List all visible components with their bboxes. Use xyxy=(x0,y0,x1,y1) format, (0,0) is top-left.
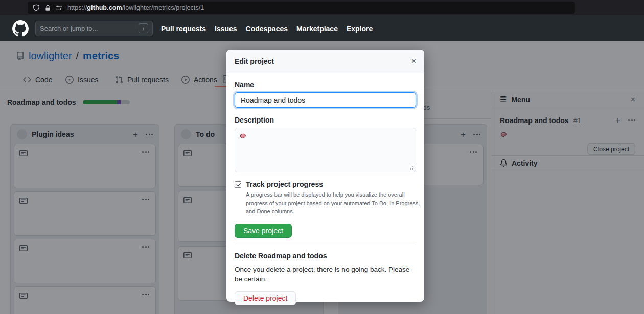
search-input[interactable]: Search or jump to... / xyxy=(35,21,153,36)
steak-emoji-icon xyxy=(239,132,247,140)
browser-address-bar[interactable]: https://github.com/lowlighter/metrics/pr… xyxy=(28,2,575,14)
browser-chrome: https://github.com/lowlighter/metrics/pr… xyxy=(0,0,644,15)
github-logo-icon[interactable] xyxy=(12,20,29,37)
name-label: Name xyxy=(235,81,416,89)
nav-codespaces[interactable]: Codespaces xyxy=(246,25,288,33)
track-progress-note: A progress bar will be displayed to help… xyxy=(246,190,421,216)
delete-warning-text: Once you delete a project, there is no g… xyxy=(235,264,416,284)
delete-section-heading: Delete Roadmap and todos xyxy=(235,252,416,260)
global-nav: Pull requests Issues Codespaces Marketpl… xyxy=(161,25,373,33)
nav-pull-requests[interactable]: Pull requests xyxy=(161,25,206,33)
description-label: Description xyxy=(235,116,416,124)
lock-icon[interactable] xyxy=(44,5,51,11)
dialog-title: Edit project xyxy=(235,57,411,65)
github-header: Search or jump to... / Pull requests Iss… xyxy=(0,15,644,41)
shield-icon[interactable] xyxy=(33,4,40,11)
url-text: https://github.com/lowlighter/metrics/pr… xyxy=(67,4,204,11)
save-project-button[interactable]: Save project xyxy=(235,224,292,238)
description-textarea[interactable] xyxy=(235,128,416,172)
slash-shortcut-key: / xyxy=(139,23,148,33)
dialog-close-icon[interactable]: × xyxy=(411,57,416,65)
project-name-input[interactable] xyxy=(235,92,416,108)
divider xyxy=(235,245,416,245)
dialog-body: Name Description Track project progress … xyxy=(226,73,424,313)
permissions-icon[interactable] xyxy=(56,4,63,11)
edit-project-dialog: Edit project × Name Description Track pr… xyxy=(226,50,424,302)
nav-marketplace[interactable]: Marketplace xyxy=(296,25,338,33)
track-progress-checkbox[interactable] xyxy=(235,181,241,188)
resize-grip-icon[interactable] xyxy=(412,168,413,170)
nav-issues[interactable]: Issues xyxy=(215,25,237,33)
track-progress-label: Track project progress xyxy=(246,180,323,188)
dialog-header: Edit project × xyxy=(226,50,424,73)
search-placeholder: Search or jump to... xyxy=(40,25,139,32)
delete-project-button[interactable]: Delete project xyxy=(235,291,296,305)
nav-explore[interactable]: Explore xyxy=(347,25,373,33)
